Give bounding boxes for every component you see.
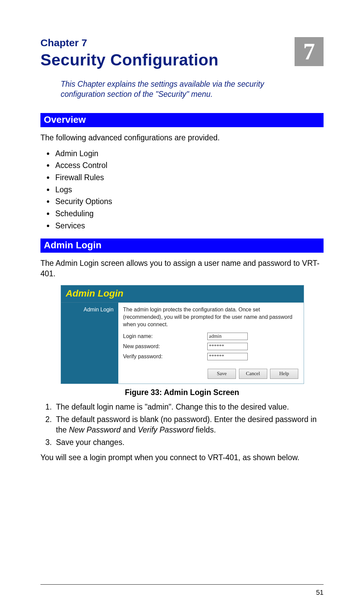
- step-item: The default password is blank (no passwo…: [54, 414, 324, 435]
- save-button[interactable]: Save: [208, 369, 236, 379]
- list-item: Services: [54, 220, 324, 232]
- verify-password-row: Verify password: ******: [123, 353, 298, 360]
- chapter-title: Security Configuration: [40, 51, 324, 69]
- step-text-italic: Verify Password: [138, 425, 193, 434]
- section-heading-admin-login: Admin Login: [40, 239, 324, 253]
- overview-lead-text: The following advanced configurations ar…: [40, 133, 324, 143]
- steps-list: The default login name is "admin". Chang…: [54, 402, 324, 448]
- step-text: and: [121, 425, 138, 434]
- closing-text: You will see a login prompt when you con…: [40, 452, 324, 463]
- verify-password-label: Verify password:: [123, 354, 207, 360]
- help-button[interactable]: Help: [270, 369, 298, 379]
- page-number: 51: [316, 589, 324, 596]
- cancel-button[interactable]: Cancel: [239, 369, 267, 379]
- admin-login-panel: Admin Login Admin Login The admin login …: [61, 285, 304, 384]
- step-item: The default login name is "admin". Chang…: [54, 402, 324, 412]
- document-page: Chapter 7 Security Configuration 7 This …: [0, 0, 364, 615]
- section-heading-overview: Overview: [40, 113, 324, 127]
- chapter-label: Chapter 7: [40, 37, 324, 49]
- admin-login-figure: Admin Login Admin Login The admin login …: [61, 285, 303, 384]
- admin-description-text: The admin login protects the configurati…: [123, 306, 298, 328]
- list-item: Admin Login: [54, 148, 324, 160]
- step-text: fields.: [193, 425, 216, 434]
- verify-password-input[interactable]: ******: [207, 353, 248, 360]
- admin-panel-form-area: The admin login protects the configurati…: [118, 303, 304, 384]
- figure-caption: Figure 33: Admin Login Screen: [40, 388, 324, 397]
- chapter-header: Chapter 7 Security Configuration 7: [40, 37, 324, 69]
- admin-button-row: Save Cancel Help: [123, 368, 298, 379]
- new-password-row: New password: ******: [123, 343, 298, 350]
- login-name-row: Login name: admin: [123, 333, 298, 340]
- step-item: Save your changes.: [54, 437, 324, 448]
- new-password-input[interactable]: ******: [207, 343, 248, 350]
- step-text-italic: New Password: [69, 425, 120, 434]
- admin-panel-title: Admin Login: [66, 288, 123, 299]
- list-item: Security Options: [54, 196, 324, 208]
- login-name-input[interactable]: admin: [207, 333, 248, 340]
- list-item: Logs: [54, 184, 324, 196]
- overview-list: Admin Login Access Control Firewall Rule…: [54, 148, 324, 232]
- list-item: Firewall Rules: [54, 172, 324, 184]
- admin-panel-sidebar: Admin Login: [61, 303, 118, 384]
- footer-rule: [40, 584, 324, 585]
- admin-panel-titlebar: Admin Login: [61, 285, 304, 303]
- chapter-number-badge: 7: [295, 37, 324, 66]
- admin-login-lead-text: The Admin Login screen allows you to ass…: [40, 258, 324, 279]
- login-name-label: Login name:: [123, 333, 207, 339]
- chapter-intro-text: This Chapter explains the settings avail…: [61, 79, 303, 100]
- admin-panel-body: Admin Login The admin login protects the…: [61, 303, 304, 384]
- list-item: Scheduling: [54, 208, 324, 220]
- admin-side-label: Admin Login: [84, 307, 114, 312]
- list-item: Access Control: [54, 160, 324, 172]
- new-password-label: New password:: [123, 343, 207, 350]
